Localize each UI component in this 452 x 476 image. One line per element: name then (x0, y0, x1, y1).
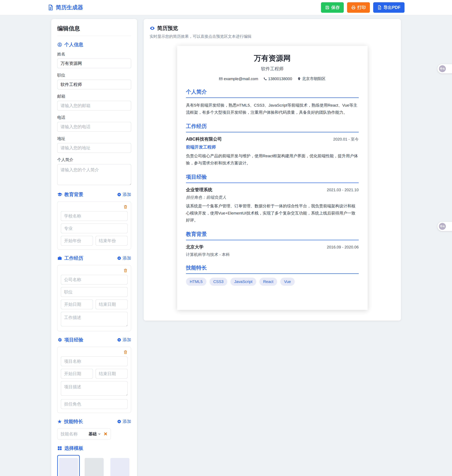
resume-address[interactable]: 北京市朝阳区 (297, 76, 326, 81)
work-desc-textarea[interactable] (61, 312, 128, 326)
resume-summary-section: 个人简介 具有5年前端开发经验，熟悉HTML5、CSS3、JavaScript等… (186, 88, 359, 116)
name-input[interactable] (57, 59, 131, 68)
preview-header: 简历预览 (150, 25, 395, 32)
add-education-button[interactable]: 添加 (117, 192, 131, 197)
resume-education-section: 教育背景 北京大学 2016.09 - 2020.06 计算机科学与技术 - 本… (186, 231, 359, 257)
education-end-input[interactable] (96, 236, 128, 246)
resume-summary-text[interactable]: 具有5年前端开发经验，熟悉HTML5、CSS3、JavaScript等前端技术，… (186, 102, 359, 116)
resume-work-section: 工作经历 ABC科技有限公司 2020.01 - 至今 前端开发工程师 负责公司… (186, 123, 359, 166)
resume-education-date[interactable]: 2016.09 - 2020.06 (327, 245, 359, 249)
export-pdf-button[interactable]: 导出PDF (373, 2, 405, 13)
delete-work-button[interactable] (123, 268, 128, 273)
add-skill-button[interactable]: 添加 (117, 419, 131, 424)
document-icon (47, 4, 54, 11)
skills-section-title: ★ 技能特长 (57, 418, 83, 425)
star-icon: ★ (57, 419, 62, 424)
x-icon (104, 432, 107, 436)
template-option-2[interactable]: 模板2 (83, 455, 105, 476)
app-header: 简历生成器 保存 打印 导出PDF (0, 0, 452, 15)
name-label: 姓名 (57, 51, 131, 57)
resume-phone[interactable]: 13800138000 (263, 76, 292, 81)
resume-paper[interactable]: 万有资源网 软件工程师 example@mail.com 13800138000… (177, 46, 368, 310)
resume-work-date[interactable]: 2020.01 - 至今 (333, 137, 359, 142)
translate-icon: 中A (439, 65, 446, 72)
work-start-input[interactable] (61, 299, 93, 309)
work-position-input[interactable] (61, 287, 128, 297)
resume-job-title[interactable]: 软件工程师 (186, 66, 359, 72)
phone-input[interactable] (57, 122, 131, 132)
project-item-card (57, 347, 131, 413)
delete-skill-button[interactable] (104, 432, 107, 436)
resume-project-name[interactable]: 企业管理系统 (186, 187, 212, 193)
plus-circle-icon (117, 256, 121, 260)
resume-project-role[interactable]: 担任角色：前端负责人 (186, 195, 359, 200)
company-name-input[interactable] (61, 275, 128, 284)
resume-name[interactable]: 万有资源网 (186, 53, 359, 63)
project-section-title: 项目经验 (57, 337, 83, 343)
resume-skills-heading: 技能特长 (186, 264, 359, 274)
skill-pill[interactable]: JavaScript (230, 278, 256, 286)
skill-pill[interactable]: HTML5 (186, 278, 206, 286)
delete-project-button[interactable] (123, 350, 128, 355)
phone-field-group: 电话 (57, 115, 131, 132)
resume-project-desc[interactable]: 该系统是一个集客户管理、订单管理、数据分析于一体的综合性平台，我负责前端架构设计… (186, 203, 359, 224)
skill-row: 基础 (57, 428, 111, 440)
skill-name-input[interactable] (60, 431, 86, 436)
major-input[interactable] (61, 224, 128, 233)
school-name-input[interactable] (61, 211, 128, 221)
skill-pill[interactable]: CSS3 (210, 278, 227, 286)
trash-icon (123, 205, 128, 209)
resume-degree[interactable]: 计算机科学与技术 - 本科 (186, 252, 359, 257)
add-work-button[interactable]: 添加 (117, 255, 131, 261)
cogs-icon (57, 337, 62, 342)
email-input[interactable] (57, 101, 131, 111)
work-section-title: 工作经历 (57, 255, 83, 261)
name-field-group: 姓名 (57, 51, 131, 68)
position-field-group: 职位 (57, 73, 131, 89)
resume-work-company[interactable]: ABC科技有限公司 (186, 136, 222, 142)
phone-label: 电话 (57, 115, 131, 120)
template-option-3[interactable]: 模板3 (109, 455, 131, 476)
position-input[interactable] (57, 80, 131, 89)
resume-contacts: example@mail.com 13800138000 北京市朝阳区 (186, 76, 359, 81)
education-start-input[interactable] (61, 236, 93, 246)
resume-summary-heading: 个人简介 (186, 88, 359, 98)
eye-icon (150, 26, 155, 31)
project-desc-textarea[interactable] (61, 381, 128, 396)
add-project-button[interactable]: 添加 (117, 337, 131, 343)
editor-title: 编辑信息 (57, 25, 131, 36)
templates-section-title: 选择模板 (57, 445, 83, 451)
resume-email[interactable]: example@mail.com (219, 76, 258, 81)
resume-project-date[interactable]: 2021.03 - 2021.10 (327, 188, 359, 192)
preview-title: 简历预览 (157, 25, 178, 32)
delete-education-button[interactable] (123, 205, 128, 210)
work-end-input[interactable] (96, 299, 128, 309)
graduation-cap-icon (57, 192, 62, 197)
template-option-1[interactable]: 模板1 (57, 455, 80, 476)
skill-pill[interactable]: React (259, 278, 277, 286)
resume-work-position[interactable]: 前端开发工程师 (186, 144, 359, 150)
project-name-input[interactable] (61, 357, 128, 366)
template-2-thumbnail (85, 458, 104, 476)
plus-circle-icon (117, 192, 121, 197)
resume-skills-section: 技能特长 HTML5 CSS3 JavaScript React Vue (186, 264, 359, 286)
translate-float-button[interactable]: 中A (438, 64, 452, 73)
export-pdf-button-label: 导出PDF (383, 5, 400, 10)
print-button[interactable]: 打印 (347, 2, 370, 13)
skill-level-select[interactable]: 基础 (89, 431, 101, 437)
skill-pill[interactable]: Vue (280, 278, 295, 286)
project-end-input[interactable] (96, 369, 128, 378)
project-start-input[interactable] (61, 369, 93, 378)
trash-icon (123, 350, 128, 354)
translate-float-button[interactable]: 中A (438, 222, 452, 231)
resume-work-desc[interactable]: 负责公司核心产品的前端开发与维护，使用React框架构建用户界面，优化前端性能，… (186, 152, 359, 166)
resume-school[interactable]: 北京大学 (186, 244, 204, 250)
skill-pills: HTML5 CSS3 JavaScript React Vue (186, 278, 359, 286)
resume-builder-page: { "header": { "logo": "简历生成器", "save_lab… (0, 0, 452, 476)
summary-textarea[interactable] (57, 164, 131, 185)
save-button[interactable]: 保存 (321, 2, 344, 13)
phone-icon (263, 77, 267, 81)
project-role-input[interactable] (61, 399, 128, 409)
address-input[interactable] (57, 143, 131, 153)
grid-icon (57, 446, 62, 451)
